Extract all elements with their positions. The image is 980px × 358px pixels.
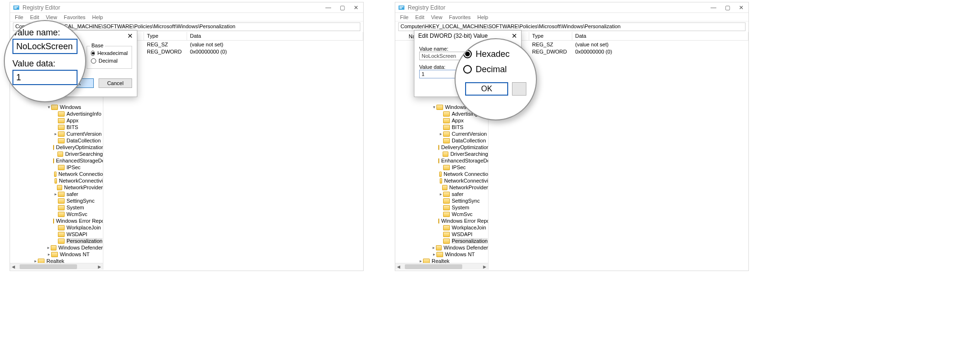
value-data-input[interactable] (419, 70, 457, 78)
dialog-close-button[interactable]: ✕ (512, 32, 517, 40)
tree-node[interactable]: AdvertisingInfo (13, 110, 103, 117)
dialog-close-button[interactable]: ✕ (127, 32, 133, 40)
tree-node[interactable]: Network Connectio (13, 171, 103, 177)
column-headers[interactable]: Name Type Data (489, 32, 748, 41)
horizontal-scrollbar[interactable]: ◄ ► (395, 263, 488, 270)
tree-node[interactable]: WcmSvc (398, 211, 488, 217)
radio-hexadecimal[interactable]: Hexadecimal (91, 49, 128, 57)
tree-node[interactable]: ▸CurrentVersion (13, 130, 103, 137)
tree-node[interactable]: SettingSync (398, 197, 488, 204)
folder-icon (51, 245, 56, 250)
menu-file[interactable]: File (400, 14, 409, 20)
minimize-button[interactable]: — (325, 4, 331, 11)
expand-chevron-icon[interactable]: ▸ (438, 192, 443, 196)
expand-chevron-icon[interactable]: ▸ (432, 245, 436, 250)
scroll-right-icon[interactable]: ► (481, 264, 488, 270)
close-button[interactable]: ✕ (354, 4, 358, 11)
tree-node[interactable]: Network Connectio (398, 171, 488, 177)
expand-chevron-icon[interactable]: ▸ (46, 252, 51, 257)
tree-node[interactable]: DataCollection (398, 137, 488, 144)
tree-node[interactable]: ▸safer (398, 191, 488, 197)
tree-node[interactable]: ▸Windows Defender (13, 244, 103, 251)
menu-view[interactable]: View (431, 14, 443, 20)
expand-chevron-icon[interactable]: ▸ (438, 131, 443, 136)
tree-node[interactable]: ▾Windows (13, 104, 103, 110)
tree-node[interactable]: WorkplaceJoin (13, 224, 103, 231)
tree-node[interactable]: System (398, 204, 488, 211)
menu-file[interactable]: File (15, 14, 23, 20)
value-row[interactable]: REG_SZ(value not set) (489, 41, 748, 48)
tree-node[interactable]: Appx (13, 117, 103, 124)
tree-node[interactable]: ▸Windows NT (13, 251, 103, 258)
folder-icon (58, 192, 65, 197)
expand-chevron-icon[interactable]: ▸ (53, 131, 58, 136)
menu-help[interactable]: Help (478, 14, 489, 20)
expand-chevron-icon[interactable]: ▾ (46, 105, 51, 109)
maximize-button[interactable]: ▢ (725, 4, 730, 11)
col-type[interactable]: Type (529, 32, 572, 40)
tree-node[interactable]: BITS (13, 124, 103, 130)
menubar[interactable]: File Edit View Favorites Help (10, 13, 363, 22)
scroll-left-icon[interactable]: ◄ (10, 264, 17, 270)
menu-view[interactable]: View (46, 14, 57, 20)
tree-node[interactable]: EnhancedStorageDe (398, 157, 488, 164)
tree-node[interactable]: EnhancedStorageDe (13, 157, 103, 164)
tree-node[interactable]: DeliveryOptimization (13, 144, 103, 151)
close-button[interactable]: ✕ (739, 4, 744, 11)
tree-node[interactable]: WcmSvc (13, 211, 103, 217)
expand-chevron-icon[interactable]: ▸ (46, 245, 51, 250)
maximize-button[interactable]: ▢ (340, 4, 345, 11)
expand-chevron-icon[interactable]: ▸ (53, 192, 58, 196)
tree-node[interactable]: WSDAPI (13, 231, 103, 238)
tree-node[interactable]: System (13, 204, 103, 211)
minimize-button[interactable]: — (711, 4, 716, 11)
tree-node-label: Appx (67, 118, 78, 123)
tree-node-label: IPSec (67, 164, 80, 170)
tree-node[interactable]: Personalization (398, 238, 488, 244)
tree-node[interactable]: NetworkProvider (398, 184, 488, 191)
tree-node[interactable]: Windows Error Repo (13, 217, 103, 224)
tree-node[interactable]: IPSec (13, 164, 103, 171)
tree-node[interactable]: SettingSync (13, 197, 103, 204)
col-data[interactable]: Data (187, 32, 363, 40)
horizontal-scrollbar[interactable]: ◄ ► (10, 263, 103, 270)
col-type[interactable]: Type (144, 32, 187, 40)
tree-node[interactable]: IPSec (398, 164, 488, 171)
tree-node[interactable]: WSDAPI (398, 231, 488, 238)
tree-node[interactable]: ▸safer (13, 191, 103, 197)
cancel-button[interactable]: Cancel (99, 78, 132, 88)
tree-node[interactable]: DriverSearching (398, 151, 488, 157)
menu-favorites[interactable]: Favorites (64, 14, 85, 20)
menu-favorites[interactable]: Favorites (449, 14, 470, 20)
col-data[interactable]: Data (572, 32, 748, 40)
scroll-right-icon[interactable]: ► (96, 264, 103, 270)
scroll-thumb[interactable] (20, 264, 77, 269)
tree-node[interactable]: Personalization (13, 238, 103, 244)
tree-node[interactable]: WorkplaceJoin (398, 224, 488, 231)
tree-node[interactable]: BITS (398, 124, 488, 130)
value-row[interactable]: REG_DWORD0x00000000 (0) (103, 48, 363, 55)
tree-node[interactable]: DataCollection (13, 137, 103, 144)
menubar[interactable]: File Edit View Favorites Help (395, 13, 748, 22)
radio-decimal[interactable]: Decimal (91, 57, 128, 65)
tree-node[interactable]: NetworkProvider (13, 184, 103, 191)
tree-node[interactable]: DeliveryOptimization (398, 144, 488, 151)
menu-edit[interactable]: Edit (30, 14, 39, 20)
value-row[interactable]: REG_SZ(value not set) (103, 41, 363, 48)
tree-node[interactable]: Windows Error Repo (398, 217, 488, 224)
tree-node[interactable]: NetworkConnectivi (398, 177, 488, 184)
column-headers[interactable]: Name Type Data (103, 32, 363, 41)
expand-chevron-icon[interactable]: ▾ (432, 105, 436, 109)
expand-chevron-icon[interactable]: ▸ (432, 252, 436, 257)
tree-node-label: Network Connectio (58, 171, 103, 177)
tree-node[interactable]: ▸CurrentVersion (398, 130, 488, 137)
scroll-left-icon[interactable]: ◄ (395, 264, 402, 270)
tree-node[interactable]: Appx (398, 117, 488, 124)
menu-edit[interactable]: Edit (415, 14, 424, 20)
tree-node[interactable]: ▸Windows NT (398, 251, 488, 258)
tree-node[interactable]: DriverSearching (13, 151, 103, 157)
tree-node[interactable]: NetworkConnectivi (13, 177, 103, 184)
tree-node[interactable]: ▸Windows Defender (398, 244, 488, 251)
scroll-thumb[interactable] (405, 264, 462, 269)
menu-help[interactable]: Help (92, 14, 103, 20)
